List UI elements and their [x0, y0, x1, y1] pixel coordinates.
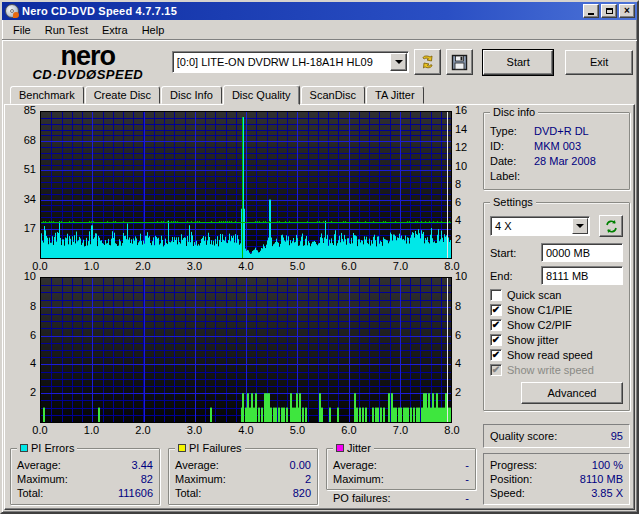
- axis-tick: 4: [30, 357, 36, 369]
- axis-tick: 4.0: [238, 424, 253, 436]
- show-c1-pie-checkbox[interactable]: [490, 304, 502, 316]
- stat-label: Maximum:: [175, 473, 226, 485]
- axis-tick: 34: [24, 193, 36, 205]
- start-position-input[interactable]: [541, 243, 623, 262]
- axis-tick: 0.0: [32, 424, 47, 436]
- position-value: 8110 MB: [580, 473, 623, 485]
- pi-failures-chart: 10 8 6 4 2 10 8 6 4 2: [10, 277, 478, 437]
- show-write-speed-checkbox: [490, 364, 502, 376]
- disc-info-label: Type:: [490, 125, 534, 137]
- disc-info-value: 28 Mar 2008: [534, 155, 596, 167]
- disc-info-label: ID:: [490, 140, 534, 152]
- disc-quality-page: 85 68 51 34 17 16 14 12 10 8: [4, 104, 635, 510]
- show-c2-pif-checkbox-row[interactable]: Show C2/PIF: [490, 319, 623, 331]
- stat-value: -: [465, 459, 469, 471]
- tab-scandisc[interactable]: ScanDisc: [301, 86, 365, 104]
- minimize-button[interactable]: [583, 4, 599, 18]
- axis-tick: 2.0: [135, 424, 150, 436]
- app-icon: [5, 4, 19, 18]
- checkbox-label: Show jitter: [507, 334, 558, 346]
- quick-scan-checkbox[interactable]: [490, 289, 502, 301]
- tab-disc-quality[interactable]: Disc Quality: [223, 85, 300, 105]
- axis-tick: 3.0: [187, 260, 202, 272]
- progress-label: Progress:: [490, 459, 537, 471]
- pi-failures-x-axis: 0.0 1.0 2.0 3.0 4.0 5.0 6.0 7.0 8.0: [40, 423, 452, 437]
- position-label: Position:: [490, 473, 532, 485]
- pi-errors-stats-title: PI Errors: [31, 442, 74, 454]
- axis-tick: 8.0: [444, 424, 459, 436]
- eject-load-button[interactable]: [414, 49, 441, 75]
- menu-bar: File Run Test Extra Help: [2, 20, 637, 40]
- show-read-speed-checkbox[interactable]: [490, 349, 502, 361]
- side-panel: Disc info Type:DVD+R DL ID:MKM 003 Date:…: [483, 109, 630, 505]
- show-c2-pif-checkbox[interactable]: [490, 319, 502, 331]
- toolbar: nero CD·DVDØSPEED [0:0] LITE-ON DVDRW LH…: [2, 40, 637, 84]
- scan-speed-select[interactable]: 4 X: [490, 216, 590, 236]
- axis-tick: 8: [455, 300, 461, 312]
- drive-select-dropdown-button[interactable]: [390, 53, 407, 71]
- jitter-legend-swatch: [336, 444, 344, 452]
- axis-tick: 4: [455, 357, 461, 369]
- show-c1-pie-checkbox-row[interactable]: Show C1/PIE: [490, 304, 623, 316]
- speed-value: 3.85 X: [591, 487, 623, 499]
- maximize-icon: [606, 8, 613, 14]
- menu-extra[interactable]: Extra: [95, 22, 135, 38]
- jitter-stats-title: Jitter: [347, 442, 371, 454]
- stat-label: Average:: [17, 459, 61, 471]
- tab-ta-jitter[interactable]: TA Jitter: [366, 86, 424, 104]
- stat-label: Average:: [333, 459, 377, 471]
- quality-score-label: Quality score:: [490, 430, 557, 442]
- menu-run-test[interactable]: Run Test: [38, 22, 95, 38]
- axis-tick: 2: [30, 386, 36, 398]
- axis-tick: 4: [455, 214, 461, 226]
- stats-row: PI Errors Average:3.44 Maximum:82 Total:…: [10, 444, 478, 505]
- eject-load-icon: [419, 53, 437, 71]
- show-read-speed-checkbox-row[interactable]: Show read speed: [490, 349, 623, 361]
- show-jitter-checkbox[interactable]: [490, 334, 502, 346]
- axis-tick: 10: [455, 270, 467, 282]
- pi-failures-left-axis: 10 8 6 4 2: [10, 277, 40, 423]
- close-button[interactable]: ×: [619, 4, 635, 18]
- po-failures-row: PO failures: -: [326, 490, 476, 504]
- refresh-speeds-button[interactable]: [599, 215, 623, 237]
- pi-errors-chart-canvas: [40, 111, 452, 259]
- stat-value: 0.00: [290, 459, 311, 471]
- exit-button[interactable]: Exit: [565, 50, 633, 75]
- tab-disc-info[interactable]: Disc Info: [161, 86, 222, 104]
- stat-value: 2: [305, 473, 311, 485]
- maximize-button[interactable]: [601, 4, 617, 18]
- axis-tick: 8: [455, 178, 461, 190]
- axis-tick: 2.0: [135, 260, 150, 272]
- menu-file[interactable]: File: [6, 22, 38, 38]
- charts-column: 85 68 51 34 17 16 14 12 10 8: [10, 109, 478, 505]
- nero-logo-wordmark: nero: [4, 43, 172, 70]
- axis-tick: 1.0: [84, 260, 99, 272]
- tab-benchmark[interactable]: Benchmark: [10, 86, 84, 104]
- axis-tick: 68: [24, 134, 36, 146]
- tab-create-disc[interactable]: Create Disc: [85, 86, 160, 104]
- progress-value: 100 %: [592, 459, 623, 471]
- title-bar: Nero CD-DVD Speed 4.7.7.15 ×: [2, 2, 637, 20]
- advanced-button[interactable]: Advanced: [521, 382, 623, 404]
- minimize-icon: [588, 13, 594, 15]
- menu-help[interactable]: Help: [135, 22, 172, 38]
- start-button[interactable]: Start: [483, 50, 553, 75]
- axis-tick: 4.0: [238, 260, 253, 272]
- pi-errors-x-axis: 0.0 1.0 2.0 3.0 4.0 5.0 6.0 7.0 8.0: [40, 259, 452, 273]
- jitter-stats: Jitter Average:- Maximum:- PO failures: …: [326, 448, 476, 505]
- axis-tick: 8: [30, 300, 36, 312]
- axis-tick: 6.0: [341, 260, 356, 272]
- quick-scan-checkbox-row[interactable]: Quick scan: [490, 289, 623, 301]
- scan-speed-dropdown-button[interactable]: [572, 218, 588, 234]
- stat-label: PO failures:: [333, 492, 390, 504]
- axis-tick: 2: [455, 233, 461, 245]
- save-button[interactable]: [446, 49, 473, 75]
- disc-info-group: Disc info Type:DVD+R DL ID:MKM 003 Date:…: [483, 112, 630, 190]
- window-title: Nero CD-DVD Speed 4.7.7.15: [22, 5, 581, 17]
- show-jitter-checkbox-row[interactable]: Show jitter: [490, 334, 623, 346]
- drive-select[interactable]: [0:0] LITE-ON DVDRW LH-18A1H HL09: [172, 51, 410, 73]
- stat-value: -: [465, 473, 469, 485]
- disc-info-value: MKM 003: [534, 140, 581, 152]
- end-position-input[interactable]: [541, 266, 623, 285]
- tab-strip: Benchmark Create Disc Disc Info Disc Qua…: [2, 84, 637, 104]
